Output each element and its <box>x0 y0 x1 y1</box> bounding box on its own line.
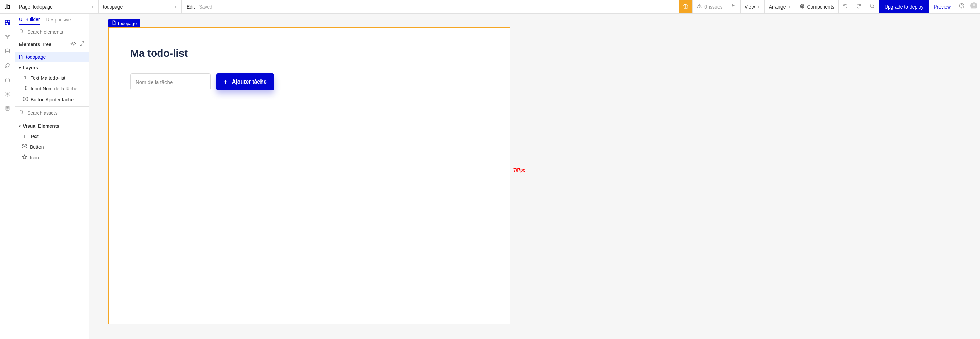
svg-point-10 <box>972 4 975 6</box>
layer-item-input[interactable]: Input Nom de la tâche <box>15 83 89 94</box>
workflow-tab-icon[interactable] <box>4 34 11 40</box>
arrange-menu[interactable]: Arrange ▼ <box>764 0 795 13</box>
text-glyph-icon: T <box>22 134 27 139</box>
workspace: UI Builder Responsive Elements Tree <box>0 14 980 339</box>
help-icon <box>959 3 964 10</box>
view-menu[interactable]: View ▼ <box>740 0 764 13</box>
button-glyph-icon <box>22 144 27 150</box>
svg-point-13 <box>7 38 8 39</box>
search-assets[interactable] <box>15 107 89 119</box>
page-dropdown-name: todopage <box>33 4 52 10</box>
save-status: Saved <box>199 4 213 10</box>
gift-button[interactable] <box>679 0 692 13</box>
visual-elements-label: Visual Elements <box>23 123 59 129</box>
search-elements[interactable] <box>15 26 89 38</box>
expand-icon[interactable] <box>80 41 85 47</box>
user-menu[interactable] <box>968 0 980 13</box>
button-glyph-icon <box>23 96 28 103</box>
svg-point-14 <box>5 49 9 50</box>
page-icon <box>112 21 116 26</box>
redo-button[interactable] <box>852 0 865 13</box>
arrange-label: Arrange <box>769 4 786 10</box>
visual-elements-header[interactable]: ▾ Visual Elements <box>15 120 89 131</box>
upgrade-button[interactable]: Upgrade to deploy <box>879 0 929 13</box>
redo-icon <box>856 3 862 10</box>
layer-item-button[interactable]: Button Ajouter tâche <box>15 94 89 105</box>
ve-item-button[interactable]: Button <box>15 142 89 152</box>
edit-label[interactable]: Edit <box>186 4 195 10</box>
page-frame[interactable]: Ma todo-list + Ajouter tâche <box>108 27 510 324</box>
view-label: View <box>745 4 755 10</box>
selection-tag[interactable]: todopage <box>108 19 140 27</box>
data-tab-icon[interactable] <box>4 48 11 54</box>
upgrade-label: Upgrade to deploy <box>885 4 923 10</box>
tab-ui-builder[interactable]: UI Builder <box>19 17 40 25</box>
star-icon <box>22 155 27 160</box>
styles-tab-icon[interactable] <box>4 62 11 69</box>
svg-line-31 <box>22 113 24 114</box>
preview-button[interactable]: Preview <box>929 0 956 13</box>
help-button[interactable] <box>956 0 968 13</box>
user-avatar-icon <box>970 2 978 11</box>
secondary-page-name: todopage <box>103 4 123 10</box>
layers-label: Layers <box>23 65 38 70</box>
svg-point-12 <box>8 35 9 36</box>
svg-point-20 <box>20 30 23 32</box>
page-dropdown[interactable]: Page: todopage ▼ <box>15 0 99 13</box>
eye-icon[interactable] <box>70 41 76 47</box>
tab-responsive-label: Responsive <box>46 17 71 22</box>
chevron-down-icon: ▼ <box>91 5 94 8</box>
components-button[interactable]: Components <box>795 0 838 13</box>
layer-item-label: Input Nom de la tâche <box>31 86 77 91</box>
design-tab-icon[interactable] <box>4 19 11 26</box>
tree-root-page[interactable]: todopage <box>15 52 89 62</box>
search-icon <box>19 29 24 35</box>
sidepanel-tabs: UI Builder Responsive <box>15 14 89 26</box>
svg-point-8 <box>962 7 962 8</box>
toolstrip <box>0 14 15 339</box>
pointer-tool[interactable] <box>727 0 740 13</box>
issues-button[interactable]: 0 issues <box>692 0 726 13</box>
logs-tab-icon[interactable] <box>4 105 11 112</box>
search-assets-input[interactable] <box>27 110 87 116</box>
page-dropdown-prefix: Page: <box>19 4 33 10</box>
layer-item-text[interactable]: T Text Ma todo-list <box>15 73 89 83</box>
task-name-input[interactable] <box>130 74 211 90</box>
canvas[interactable]: todopage Ma todo-list + Ajouter tâche 76… <box>89 14 980 339</box>
ve-item-label: Button <box>30 144 44 150</box>
selection-tag-label: todopage <box>118 21 137 26</box>
layers-header[interactable]: ▾ Layers <box>15 62 89 73</box>
svg-point-5 <box>870 4 873 7</box>
issues-count: 0 <box>704 4 707 10</box>
add-task-button[interactable]: + Ajouter tâche <box>216 74 274 90</box>
tree-root-label: todopage <box>26 54 46 60</box>
plugins-tab-icon[interactable] <box>4 77 11 83</box>
svg-line-23 <box>83 42 84 43</box>
ve-item-icon[interactable]: Icon <box>15 152 89 163</box>
settings-tab-icon[interactable] <box>4 91 11 98</box>
svg-point-30 <box>20 110 23 113</box>
svg-marker-34 <box>22 155 27 159</box>
tab-ui-builder-label: UI Builder <box>19 17 40 22</box>
ve-item-text[interactable]: T Text <box>15 131 89 142</box>
input-glyph-icon <box>23 86 28 92</box>
todo-title[interactable]: Ma todo-list <box>130 47 488 59</box>
layer-item-label: Text Ma todo-list <box>31 75 65 81</box>
undo-icon <box>842 3 848 10</box>
ve-item-label: Icon <box>30 155 39 160</box>
search-button[interactable] <box>865 0 879 13</box>
svg-point-15 <box>7 93 8 95</box>
svg-point-11 <box>5 35 6 36</box>
tab-responsive[interactable]: Responsive <box>46 17 71 24</box>
search-elements-input[interactable] <box>27 29 87 35</box>
app-logo: .b <box>0 0 15 13</box>
svg-line-24 <box>80 44 82 46</box>
chevron-down-icon: ▼ <box>174 5 177 8</box>
secondary-page-dropdown[interactable]: todopage ▼ <box>99 0 182 13</box>
layer-item-label: Button Ajouter tâche <box>31 97 73 102</box>
undo-button[interactable] <box>838 0 852 13</box>
todo-row: + Ajouter tâche <box>130 74 488 90</box>
page-content: Ma todo-list + Ajouter tâche <box>109 28 510 110</box>
topbar: .b Page: todopage ▼ todopage ▼ Edit Save… <box>0 0 980 14</box>
elements-tree-header: Elements Tree <box>15 38 89 51</box>
